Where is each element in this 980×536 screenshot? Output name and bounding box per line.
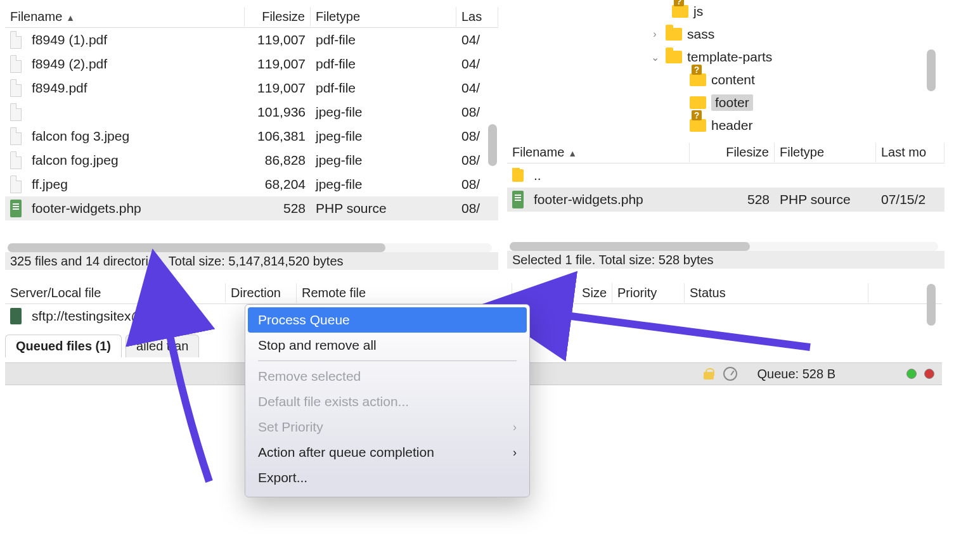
col-size[interactable]: Size bbox=[512, 283, 612, 303]
col-remote-file[interactable]: Remote file bbox=[297, 283, 512, 303]
local-file-pane: Filename▲ Filesize Filetype Las f8949 (1… bbox=[5, 6, 498, 270]
folder-unknown-icon bbox=[690, 119, 706, 132]
server-icon bbox=[10, 308, 22, 324]
remote-status-bar: Selected 1 file. Total size: 528 bytes bbox=[507, 251, 945, 269]
file-row-parent[interactable]: .. bbox=[507, 163, 945, 188]
tree-item[interactable]: js bbox=[507, 0, 938, 23]
local-column-header[interactable]: Filename▲ Filesize Filetype Las bbox=[5, 6, 498, 28]
col-server-local[interactable]: Server/Local file bbox=[5, 283, 226, 303]
tree-item[interactable]: ⌄template-parts bbox=[507, 46, 938, 68]
col-filetype[interactable]: Filetype bbox=[775, 143, 876, 162]
annotation-arrow-icon bbox=[152, 310, 241, 491]
folder-open-icon bbox=[690, 96, 706, 109]
queue-column-header[interactable]: Server/Local file Direction Remote file … bbox=[5, 283, 942, 304]
local-status-bar: 325 files and 14 directories. Total size… bbox=[5, 252, 498, 270]
file-row[interactable]: f8949.pdf119,007pdf-file04/ bbox=[5, 76, 498, 100]
local-hscrollbar[interactable] bbox=[8, 243, 492, 252]
file-icon bbox=[10, 127, 22, 145]
menu-export[interactable]: Export... bbox=[245, 465, 529, 490]
chevron-right-icon: › bbox=[513, 421, 517, 434]
tab-queued-files[interactable]: Queued files (1) bbox=[5, 335, 122, 357]
col-filetype[interactable]: Filetype bbox=[311, 7, 456, 27]
menu-set-priority: Set Priority› bbox=[245, 414, 529, 440]
folder-icon bbox=[666, 28, 682, 41]
menu-process-queue[interactable]: Process Queue bbox=[248, 307, 527, 333]
file-row[interactable]: falcon fog 3.jpeg106,381jpeg-file08/ bbox=[5, 124, 498, 148]
file-icon bbox=[10, 55, 22, 73]
sort-asc-icon: ▲ bbox=[568, 148, 577, 158]
remote-tree-vscrollbar[interactable] bbox=[927, 49, 936, 91]
file-icon bbox=[10, 151, 22, 169]
file-row[interactable]: footer-widgets.php528PHP source08/ bbox=[5, 196, 498, 220]
col-direction[interactable]: Direction bbox=[226, 283, 297, 303]
queue-size-label: Queue: 528 B bbox=[758, 367, 835, 381]
annotation-arrow-icon bbox=[544, 303, 816, 363]
remote-file-list[interactable]: .. footer-widgets.php528PHP source07/15/… bbox=[507, 163, 945, 212]
file-row[interactable]: f8949 (2).pdf119,007pdf-file04/ bbox=[5, 52, 498, 76]
folder-unknown-icon bbox=[672, 5, 688, 18]
col-status[interactable]: Status bbox=[685, 283, 868, 303]
file-icon bbox=[10, 31, 22, 49]
chevron-down-icon[interactable]: ⌄ bbox=[649, 51, 661, 63]
php-file-icon bbox=[10, 200, 22, 217]
file-icon bbox=[10, 79, 22, 97]
remote-file-pane: Filename▲ Filesize Filetype Last mo .. f… bbox=[507, 142, 945, 269]
folder-up-icon bbox=[512, 169, 524, 182]
col-priority[interactable]: Priority bbox=[612, 283, 685, 303]
local-file-list[interactable]: f8949 (1).pdf119,007pdf-file04/ f8949 (2… bbox=[5, 28, 498, 220]
menu-default-file-exists: Default file exists action... bbox=[245, 389, 529, 414]
menu-stop-remove-all[interactable]: Stop and remove all bbox=[245, 333, 529, 358]
folder-unknown-icon bbox=[690, 73, 706, 86]
col-lastmod[interactable]: Last mo bbox=[876, 143, 945, 162]
file-row[interactable]: f8949 (1).pdf119,007pdf-file04/ bbox=[5, 28, 498, 52]
file-icon bbox=[10, 103, 22, 121]
speed-limit-icon[interactable] bbox=[723, 367, 737, 381]
tree-item[interactable]: ›sass bbox=[507, 23, 938, 46]
status-led-green-icon bbox=[906, 369, 917, 379]
col-filesize[interactable]: Filesize bbox=[690, 143, 775, 162]
tree-item[interactable]: content bbox=[507, 68, 938, 91]
remote-tree-pane[interactable]: js ›sass ⌄template-parts content footer … bbox=[507, 0, 938, 138]
local-vscrollbar[interactable] bbox=[488, 124, 497, 166]
menu-remove-selected: Remove selected bbox=[245, 364, 529, 389]
menu-separator bbox=[258, 361, 517, 361]
status-led-red-icon bbox=[924, 369, 934, 379]
remote-column-header[interactable]: Filename▲ Filesize Filetype Last mo bbox=[507, 142, 945, 163]
col-filename[interactable]: Filename▲ bbox=[5, 7, 245, 27]
file-icon bbox=[10, 175, 22, 193]
tree-item-selected[interactable]: footer bbox=[507, 91, 938, 114]
chevron-right-icon: › bbox=[513, 446, 517, 459]
php-file-icon bbox=[512, 191, 524, 208]
file-row[interactable]: ff.jpeg68,204jpeg-file08/ bbox=[5, 172, 498, 196]
sort-asc-icon: ▲ bbox=[66, 13, 75, 23]
col-lastmod[interactable]: Las bbox=[456, 7, 498, 27]
col-filesize[interactable]: Filesize bbox=[245, 7, 311, 27]
tree-item[interactable]: header bbox=[507, 114, 938, 137]
menu-action-after-completion[interactable]: Action after queue completion› bbox=[245, 440, 529, 465]
queue-context-menu: Process Queue Stop and remove all Remove… bbox=[245, 304, 530, 497]
file-row[interactable]: 101,936jpeg-file08/ bbox=[5, 100, 498, 124]
remote-hscrollbar[interactable] bbox=[510, 242, 938, 251]
lock-icon[interactable] bbox=[702, 367, 716, 381]
folder-icon bbox=[666, 51, 682, 63]
queue-vscrollbar[interactable] bbox=[927, 284, 936, 326]
col-filename[interactable]: Filename▲ bbox=[507, 143, 690, 162]
chevron-right-icon[interactable]: › bbox=[649, 29, 661, 40]
file-row[interactable]: footer-widgets.php528PHP source07/15/2 bbox=[507, 188, 945, 212]
file-row[interactable]: falcon fog.jpeg86,828jpeg-file08/ bbox=[5, 148, 498, 172]
